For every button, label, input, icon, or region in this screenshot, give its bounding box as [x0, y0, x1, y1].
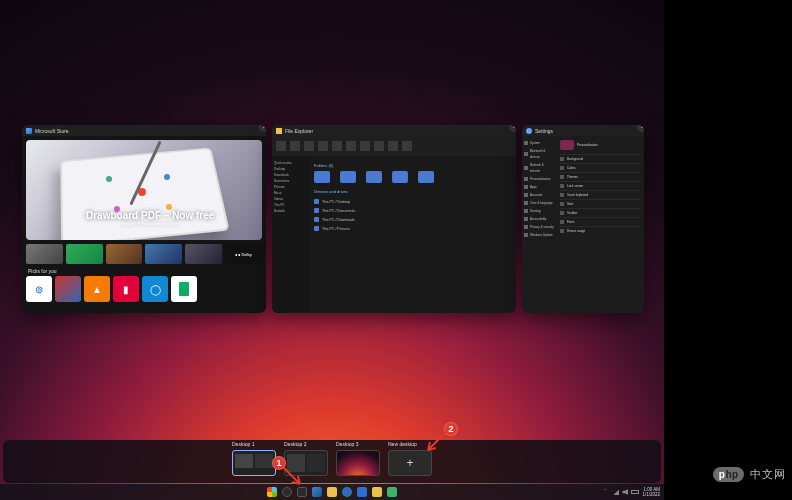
explorer-icon[interactable]: [327, 487, 337, 497]
store-hero[interactable]: Drawboard PDF – Now free Easy PDF markup…: [26, 140, 262, 240]
list-item[interactable]: This PC / Desktop: [314, 197, 512, 206]
store-thumb[interactable]: [106, 244, 143, 264]
window-titlebar[interactable]: Microsoft Store: [22, 125, 266, 136]
option-icon: [560, 229, 564, 233]
sidebar-item[interactable]: Accounts: [524, 192, 554, 198]
window-titlebar[interactable]: File Explorer: [272, 125, 516, 136]
app-icon[interactable]: [372, 487, 382, 497]
ribbon-button[interactable]: [290, 141, 300, 151]
folder-tile[interactable]: [314, 171, 330, 183]
battery-icon[interactable]: [631, 490, 639, 494]
network-icon[interactable]: [613, 489, 619, 495]
ribbon-button[interactable]: [332, 141, 342, 151]
store-app-row: ⊚ ▲ ▮ ◯: [22, 276, 266, 302]
sidebar-item[interactable]: Network: [274, 208, 308, 214]
folder-tile[interactable]: [418, 171, 434, 183]
folder-tile[interactable]: [392, 171, 408, 183]
settings-option[interactable]: Background: [560, 154, 640, 163]
list-item[interactable]: This PC / Pictures: [314, 224, 512, 233]
ribbon-button[interactable]: [360, 141, 370, 151]
system-tray[interactable]: ˄ 1:00 AM 1/1/2022: [604, 487, 660, 497]
sidebar-item[interactable]: Personalization: [524, 176, 554, 182]
section-header[interactable]: Folders (6): [314, 163, 512, 168]
store-app-tile[interactable]: ▮: [113, 276, 139, 302]
gear-icon: [526, 128, 532, 134]
sidebar-item[interactable]: System: [524, 140, 554, 146]
settings-option[interactable]: Start: [560, 199, 640, 208]
folder-tile[interactable]: [366, 171, 382, 183]
list-item[interactable]: This PC / Documents: [314, 206, 512, 215]
window-titlebar[interactable]: Settings: [522, 125, 644, 136]
store-app-tile[interactable]: ▲: [84, 276, 110, 302]
window-settings[interactable]: Settings × System Bluetooth & devices Ne…: [522, 125, 644, 313]
settings-option[interactable]: Taskbar: [560, 208, 640, 217]
store-app-tile[interactable]: ⊚: [26, 276, 52, 302]
option-icon: [560, 184, 564, 188]
nav-icon: [524, 217, 528, 221]
ribbon-button[interactable]: [388, 141, 398, 151]
settings-option[interactable]: Colors: [560, 163, 640, 172]
nav-icon: [524, 233, 528, 237]
window-microsoft-store[interactable]: Microsoft Store × Drawboard PDF – Now fr…: [22, 125, 266, 313]
option-icon: [560, 220, 564, 224]
window-file-explorer[interactable]: File Explorer × Quick access Desktop: [272, 125, 516, 313]
taskbar[interactable]: ˄ 1:00 AM 1/1/2022: [0, 484, 664, 500]
start-icon[interactable]: [267, 487, 277, 497]
explorer-ribbon[interactable]: [272, 136, 516, 156]
sidebar-item[interactable]: Network & internet: [524, 162, 554, 174]
store-icon: [26, 128, 32, 134]
edge-icon[interactable]: [342, 487, 352, 497]
store-thumb[interactable]: [66, 244, 103, 264]
sidebar-item[interactable]: Windows Update: [524, 232, 554, 238]
ribbon-button[interactable]: [276, 141, 286, 151]
desktop-thumbnail-1[interactable]: [232, 450, 276, 476]
settings-sidebar[interactable]: System Bluetooth & devices Network & int…: [522, 136, 556, 313]
option-icon: [560, 193, 564, 197]
settings-option[interactable]: Device usage: [560, 226, 640, 235]
chevron-up-icon[interactable]: ˄: [604, 489, 610, 495]
store-thumb[interactable]: [185, 244, 222, 264]
clock[interactable]: 1:00 AM 1/1/2022: [642, 487, 660, 497]
section-header[interactable]: Devices and drives: [314, 189, 512, 194]
ribbon-button[interactable]: [402, 141, 412, 151]
theme-swatch[interactable]: [560, 140, 574, 150]
sidebar-item[interactable]: Time & language: [524, 200, 554, 206]
sidebar-item[interactable]: Gaming: [524, 208, 554, 214]
settings-content[interactable]: Personalization Background Colors Themes…: [556, 136, 644, 313]
ribbon-button[interactable]: [304, 141, 314, 151]
folder-tile[interactable]: [340, 171, 356, 183]
settings-option[interactable]: Fonts: [560, 217, 640, 226]
settings-option[interactable]: Themes: [560, 172, 640, 181]
store-app-tile[interactable]: [171, 276, 197, 302]
explorer-content[interactable]: Folders (6) Devices and drives This PC /…: [310, 156, 516, 313]
task-view: Microsoft Store × Drawboard PDF – Now fr…: [0, 0, 664, 440]
ribbon-button[interactable]: [374, 141, 384, 151]
store-thumb[interactable]: ∎∎Dolby: [225, 244, 262, 264]
store-app-tile[interactable]: ◯: [142, 276, 168, 302]
store-thumb-strip[interactable]: ∎∎Dolby: [22, 244, 266, 264]
ribbon-button[interactable]: [346, 141, 356, 151]
volume-icon[interactable]: [622, 489, 628, 495]
drive-icon: [314, 199, 319, 204]
store-app-tile[interactable]: [55, 276, 81, 302]
nav-icon: [524, 209, 528, 213]
widgets-icon[interactable]: [312, 487, 322, 497]
sidebar-item[interactable]: Apps: [524, 184, 554, 190]
settings-heading: Personalization: [577, 143, 598, 147]
task-view-icon[interactable]: [297, 487, 307, 497]
app-icon[interactable]: [387, 487, 397, 497]
sidebar-item[interactable]: Bluetooth & devices: [524, 148, 554, 160]
desktop-thumbnail-3[interactable]: [336, 450, 380, 476]
sidebar-item[interactable]: Privacy & security: [524, 224, 554, 230]
list-item[interactable]: This PC / Downloads: [314, 215, 512, 224]
ribbon-button[interactable]: [318, 141, 328, 151]
window-title: Microsoft Store: [35, 128, 69, 134]
search-icon[interactable]: [282, 487, 292, 497]
store-thumb[interactable]: [26, 244, 63, 264]
explorer-sidebar[interactable]: Quick access Desktop Downloads Documents…: [272, 156, 310, 313]
sidebar-item[interactable]: Accessibility: [524, 216, 554, 222]
store-thumb[interactable]: [145, 244, 182, 264]
store-icon[interactable]: [357, 487, 367, 497]
settings-option[interactable]: Lock screen: [560, 181, 640, 190]
settings-option[interactable]: Touch keyboard: [560, 190, 640, 199]
